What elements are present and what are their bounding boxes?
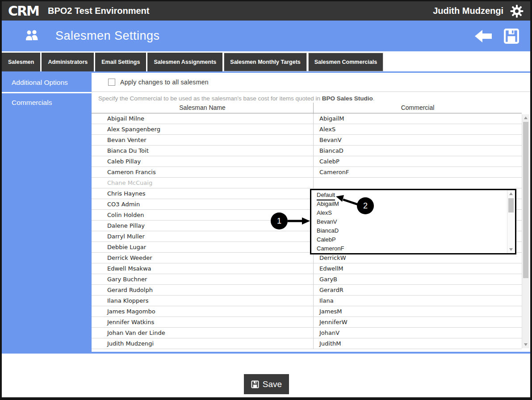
table-row: Alex SpangenbergAlexS (92, 124, 522, 135)
dropdown-item-biancad[interactable]: BiancaD (311, 226, 507, 235)
tab-administrators[interactable]: Administrators (42, 53, 94, 71)
dropdown-item-cameronf[interactable]: CameronF (311, 244, 507, 253)
scrollbar-thumb[interactable] (523, 122, 528, 278)
scroll-down-icon[interactable] (524, 343, 528, 346)
dropdown-item-label: CalebP (317, 235, 336, 244)
salesman-name-cell: Darryl Muller (92, 231, 313, 242)
salesman-name-cell: Jennifer Watkins (92, 317, 313, 327)
commercial-cell[interactable]: JudithM (313, 338, 522, 349)
table-row: Johan Van der LindeJohanV (92, 328, 522, 338)
commercial-cell[interactable]: GerardR (313, 285, 522, 295)
table-row: Jennifer WatkinsJenniferW (92, 317, 522, 328)
options-row: Apply changes to all salesmen (92, 73, 530, 92)
save-icon[interactable] (503, 28, 519, 44)
salesman-name-cell: Cameron Francis (92, 167, 313, 177)
tab-salesmen-assignments[interactable]: Salesmen Assignments (147, 53, 222, 71)
commercial-cell[interactable]: JenniferW (313, 317, 522, 327)
crm-logo: CRM (8, 4, 39, 18)
salesman-name-cell: Bianca Du Toit (92, 146, 313, 156)
table-row: Bianca Du ToitBiancaD (92, 146, 522, 156)
table-row: Gary BuchnerGaryB (92, 274, 522, 285)
table-row: Abigail MilneAbigailM (92, 113, 522, 124)
save-button-label: Save (263, 379, 282, 389)
salesman-name-cell: Judith Mudzengi (92, 338, 313, 349)
dropdown-item-default[interactable]: Default (311, 191, 507, 200)
commercial-cell[interactable]: BiancaD (313, 146, 522, 156)
description-text: Specify the Commercial to be used as the… (98, 95, 375, 102)
table-scrollbar[interactable] (522, 114, 529, 348)
table-row: Bevan VenterBevanV (92, 135, 522, 146)
tab-salesmen-monthly-targets[interactable]: Salesmen Monthly Targets (224, 53, 306, 71)
column-header-commercial: Commercial (313, 103, 522, 113)
apply-all-checkbox[interactable] (108, 79, 115, 86)
salesman-name-cell: Gerard Rudolph (92, 285, 313, 295)
divider (2, 352, 530, 354)
tab-bar: SalesmenAdministratorsEmail SettingsSale… (2, 53, 530, 71)
scroll-up-icon[interactable] (509, 192, 513, 195)
description-prefix: Specify the Commercial to be used as the… (98, 95, 322, 102)
salesman-name-cell: Debbie Lugar (92, 242, 313, 252)
tab-salesmen-commercials[interactable]: Salesmen Commercials (308, 53, 383, 71)
table-row: Edwell MsakwaEdwellM (92, 263, 522, 274)
salesman-name-cell: Bevan Venter (92, 135, 313, 145)
salesman-name-cell: Gary Buchner (92, 274, 313, 284)
table-row: Ilana KloppersIlana (92, 296, 522, 306)
app-window: CRM BPO2 Test Environment Judith Mudzeng… (0, 0, 532, 400)
sidebar: Additional OptionsCommercials (2, 73, 92, 352)
salesman-name-cell: Chane McCuaig (92, 178, 313, 188)
dropdown-item-label: Default (317, 191, 335, 200)
salesman-name-cell: Abigail Milne (92, 113, 313, 124)
dropdown-scrollbar[interactable] (507, 190, 515, 253)
dropdown-item-bevanv[interactable]: BevanV (311, 217, 507, 226)
back-arrow-icon[interactable] (474, 29, 493, 43)
dropdown-item-label: AlexS (317, 208, 332, 217)
table-row: Caleb PillayCalebP (92, 156, 522, 167)
commercial-cell[interactable]: GaryB (313, 274, 522, 284)
apply-all-label: Apply changes to all salesmen (120, 79, 209, 86)
salesman-name-cell: CO3 Admin (92, 199, 313, 209)
salesmen-icon (24, 29, 39, 43)
commercial-dropdown: DefaultAbigailMAlexSBevanVBiancaDCalebPC… (310, 189, 516, 254)
commercial-cell[interactable]: CameronF (313, 167, 522, 177)
top-bar: CRM BPO2 Test Environment Judith Mudzeng… (2, 1, 530, 21)
commercial-cell[interactable]: EdwellM (313, 263, 522, 274)
commercial-cell[interactable] (313, 178, 522, 188)
commercial-cell[interactable]: Ilana (313, 296, 522, 306)
scrollbar-thumb[interactable] (508, 198, 514, 212)
description-suffix: . (373, 95, 375, 102)
column-header-salesman: Salesman Name (92, 103, 313, 113)
sidebar-item-commercials[interactable]: Commercials (2, 93, 92, 112)
dropdown-item-label: AbigailM (317, 200, 339, 208)
user-name: Judith Mudzengi (433, 6, 503, 16)
commercial-cell[interactable]: JamesM (313, 306, 522, 317)
commercial-cell[interactable]: AlexS (313, 124, 522, 134)
dropdown-list: DefaultAbigailMAlexSBevanVBiancaDCalebPC… (311, 191, 507, 253)
table-row: Judith MudzengiJudithM (92, 338, 522, 349)
tab-email-settings[interactable]: Email Settings (95, 53, 146, 71)
gear-icon[interactable] (510, 4, 524, 18)
salesman-name-cell: Caleb Pillay (92, 156, 313, 167)
table-row: James MagomboJamesM (92, 306, 522, 317)
callout-1: 1 (271, 212, 288, 229)
scroll-up-icon[interactable] (524, 117, 528, 119)
commercial-cell[interactable]: AbigailM (313, 113, 522, 124)
commercial-cell[interactable]: JohanV (313, 328, 522, 338)
commercial-cell[interactable]: BevanV (313, 135, 522, 145)
table-row: Gerard RudolphGerardR (92, 285, 522, 296)
salesman-name-cell: Edwell Msakwa (92, 263, 313, 274)
dropdown-item-calebp[interactable]: CalebP (311, 235, 507, 244)
salesman-name-cell: Ilana Kloppers (92, 296, 313, 306)
commercial-cell[interactable]: CalebP (313, 156, 522, 167)
callout-2: 2 (357, 197, 374, 214)
app-title: BPO2 Test Environment (48, 6, 149, 16)
scroll-down-icon[interactable] (509, 248, 513, 251)
sidebar-item-additional-options[interactable]: Additional Options (2, 73, 92, 92)
table-row: Chane McCuaig (92, 178, 522, 188)
tab-salesmen[interactable]: Salesmen (2, 53, 40, 71)
dropdown-item-alexs[interactable]: AlexS (311, 208, 507, 217)
table-header: Salesman Name Commercial (92, 103, 522, 113)
dropdown-item-label: BevanV (317, 217, 337, 226)
dropdown-item-abigailm[interactable]: AbigailM (311, 200, 507, 208)
save-button[interactable]: Save (244, 374, 289, 394)
salesman-name-cell: Johan Van der Linde (92, 328, 313, 338)
